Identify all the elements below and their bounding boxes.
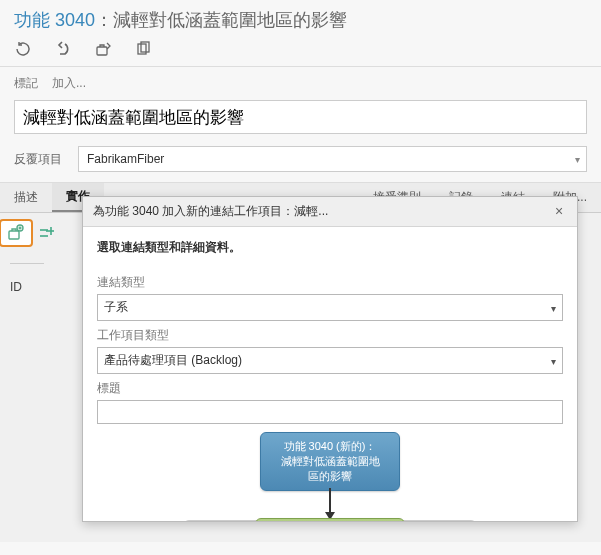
id-column-label: ID	[10, 280, 44, 294]
page-title: 功能 3040：減輕對低涵蓋範圍地區的影響	[14, 8, 587, 32]
tab-description[interactable]: 描述	[0, 183, 52, 212]
chevron-down-icon: ▾	[551, 355, 556, 366]
tags-row: 標記 加入...	[14, 75, 587, 92]
new-title-label: 標題	[97, 380, 563, 397]
chevron-down-icon: ▾	[575, 154, 580, 165]
add-tag-button[interactable]: 加入...	[52, 75, 86, 92]
svg-rect-3	[9, 231, 19, 239]
diagram-child-node: (新增工作項目)	[255, 518, 405, 521]
title-input[interactable]	[14, 100, 587, 134]
link-type-label: 連結類型	[97, 274, 563, 291]
undo-icon[interactable]	[54, 40, 72, 58]
refresh-icon[interactable]	[14, 40, 32, 58]
diagram-ghost-right	[397, 520, 477, 521]
title-separator: ：	[95, 10, 113, 30]
tags-label: 標記	[14, 75, 38, 92]
add-linked-work-item-dialog: 為功能 3040 加入新的連結工作項目：減輕... × 選取連結類型和詳細資料。…	[82, 196, 578, 522]
link-diagram: 功能 3040 (新的)： 減輕對低涵蓋範圍地 區的影響 (新增工作項目)	[97, 432, 563, 515]
new-title-input[interactable]	[97, 400, 563, 424]
work-item-header: 功能 3040：減輕對低涵蓋範圍地區的影響	[0, 0, 601, 34]
chevron-down-icon: ▾	[551, 302, 556, 313]
close-icon[interactable]: ×	[551, 204, 567, 220]
dialog-title-text: 為功能 3040 加入新的連結工作項目：減輕...	[93, 203, 551, 220]
dialog-titlebar[interactable]: 為功能 3040 加入新的連結工作項目：減輕... ×	[83, 197, 577, 227]
iteration-select[interactable]: FabrikamFiber ▾	[78, 146, 587, 172]
work-item-type-label: 工作項目類型	[97, 327, 563, 344]
add-linked-item-button[interactable]	[0, 219, 33, 247]
title-text: 減輕對低涵蓋範圍地區的影響	[113, 10, 347, 30]
diagram-ghost-left	[183, 520, 263, 521]
type-label: 功能	[14, 10, 50, 30]
work-item-type-value: 產品待處理項目 (Backlog)	[104, 353, 242, 367]
link-type-value: 子系	[104, 300, 128, 314]
work-item-id: 3040	[55, 10, 95, 30]
diagram-parent-node: 功能 3040 (新的)： 減輕對低涵蓋範圍地 區的影響	[260, 432, 400, 491]
iteration-label: 反覆項目	[14, 151, 64, 168]
svg-rect-0	[97, 47, 107, 55]
toolbar	[0, 34, 601, 66]
dialog-intro: 選取連結類型和詳細資料。	[97, 239, 563, 256]
iteration-value: FabrikamFiber	[87, 152, 164, 166]
link-type-select[interactable]: 子系 ▾	[97, 294, 563, 321]
copy-icon[interactable]	[134, 40, 152, 58]
add-after-icon[interactable]	[37, 224, 55, 242]
work-item-action-icon[interactable]	[94, 40, 112, 58]
work-item-type-select[interactable]: 產品待處理項目 (Backlog) ▾	[97, 347, 563, 374]
